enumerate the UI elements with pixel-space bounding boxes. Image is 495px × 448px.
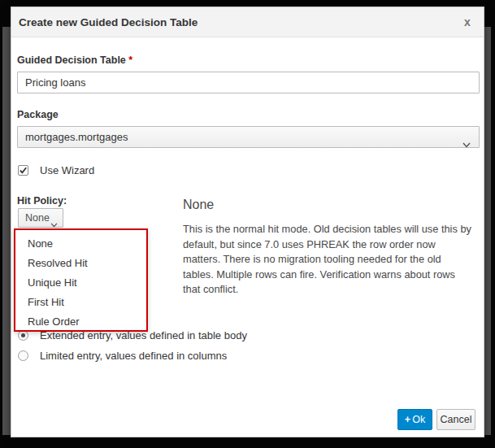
radio-unselected-icon[interactable] xyxy=(18,350,28,361)
menu-item-resolved-hit[interactable]: Resolved Hit xyxy=(15,254,146,273)
hit-policy-description-heading: None xyxy=(183,198,214,212)
ok-button[interactable]: +Ok xyxy=(397,409,432,430)
create-guided-decision-table-modal: Create new Guided Decision Table x Guide… xyxy=(11,7,484,437)
package-label: Package xyxy=(17,109,59,120)
checkbox-checked-icon[interactable] xyxy=(18,165,28,176)
chevron-down-icon xyxy=(462,134,471,154)
use-wizard-label: Use Wizard xyxy=(40,164,94,176)
menu-item-unique-hit[interactable]: Unique Hit xyxy=(15,273,146,293)
required-marker: * xyxy=(128,54,132,66)
hit-policy-label: Hit Policy: xyxy=(17,195,67,207)
limited-entry-label: Limited entry, values defined in columns xyxy=(40,350,227,362)
menu-item-first-hit[interactable]: First Hit xyxy=(15,293,146,312)
cancel-button[interactable]: Cancel xyxy=(436,409,475,430)
name-field-label: Guided Decision Table * xyxy=(17,54,132,66)
menu-item-none[interactable]: None xyxy=(15,234,146,254)
plus-icon: + xyxy=(405,414,410,425)
modal-title: Create new Guided Decision Table xyxy=(19,16,198,28)
menu-item-rule-order[interactable]: Rule Order xyxy=(15,312,146,332)
name-field-label-text: Guided Decision Table xyxy=(17,54,126,66)
hit-policy-selected-value: None xyxy=(25,212,50,224)
screen: Create new Guided Decision Table x Guide… xyxy=(0,0,495,448)
modal-titlebar: Create new Guided Decision Table x xyxy=(11,7,484,37)
backdrop-right xyxy=(484,27,491,435)
name-input[interactable] xyxy=(17,72,480,94)
package-select[interactable]: mortgages.mortgages xyxy=(17,126,480,148)
hit-policy-dropdown-button[interactable]: None xyxy=(18,208,63,228)
ok-button-label: Ok xyxy=(412,414,425,425)
close-icon[interactable]: x xyxy=(460,15,475,29)
package-select-value: mortgages.mortgages xyxy=(25,131,128,143)
hit-policy-dropdown-menu: None Resolved Hit Unique Hit First Hit R… xyxy=(14,228,148,332)
hit-policy-description-text: This is the normal hit mode. Old decisio… xyxy=(183,222,474,298)
